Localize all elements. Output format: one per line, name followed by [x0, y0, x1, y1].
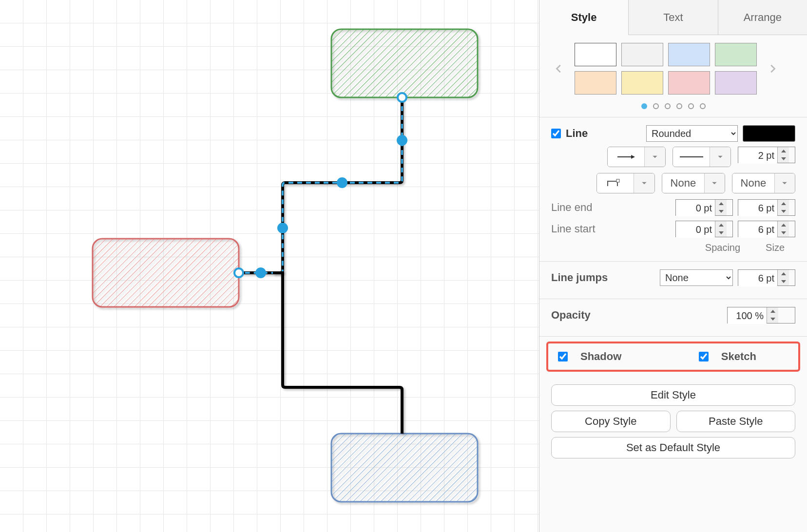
swatch[interactable] — [575, 71, 616, 95]
copy-style-button[interactable]: Copy Style — [551, 411, 671, 432]
pager-dot[interactable] — [665, 103, 671, 109]
pager-dot[interactable] — [700, 103, 706, 109]
shadow-label: Shadow — [580, 350, 621, 363]
color-presets — [539, 35, 807, 117]
line-jumps-section: Line jumps None — [539, 262, 807, 299]
line-style-select[interactable]: Rounded — [646, 125, 738, 142]
line-label: Line — [566, 127, 641, 140]
tabs: Style Text Arrange — [539, 0, 807, 35]
edit-style-button[interactable]: Edit Style — [551, 384, 795, 406]
line-jumps-select[interactable]: None — [660, 269, 733, 286]
line-enable-checkbox[interactable] — [551, 129, 561, 138]
format-sidebar: Style Text Arrange — [539, 0, 807, 532]
presets-next[interactable] — [765, 57, 780, 80]
node-green[interactable] — [331, 29, 478, 97]
paste-style-button[interactable]: Paste Style — [676, 411, 796, 432]
presets-prev[interactable] — [551, 57, 567, 80]
waypoint-handle[interactable] — [397, 135, 407, 146]
sketch-checkbox[interactable] — [699, 352, 709, 361]
style-buttons: Edit Style Copy Style Paste Style Set as… — [539, 377, 807, 471]
swatch[interactable] — [621, 71, 663, 95]
line-pattern-combo[interactable] — [672, 147, 731, 167]
swatch[interactable] — [668, 71, 710, 95]
tab-text[interactable]: Text — [629, 0, 718, 35]
endpoint-handle[interactable] — [234, 268, 243, 277]
swatch[interactable] — [715, 43, 757, 66]
line-end-marker[interactable]: None — [732, 173, 795, 193]
spacing-label: Spacing — [705, 242, 740, 253]
line-color-chip[interactable] — [743, 125, 795, 142]
line-start-label: Line start — [551, 223, 671, 235]
node-blue[interactable] — [331, 434, 478, 502]
pager-dot[interactable] — [676, 103, 682, 109]
svg-rect-6 — [616, 179, 619, 182]
line-section: Line Rounded — [539, 117, 807, 262]
svg-marker-4 — [631, 155, 635, 159]
diagram-canvas[interactable] — [0, 0, 539, 532]
line-end-spacing[interactable] — [675, 199, 733, 216]
arrow-end-combo[interactable] — [607, 147, 666, 167]
line-start-marker[interactable]: None — [662, 173, 725, 193]
waypoint-handle[interactable] — [277, 223, 288, 233]
tab-style[interactable]: Style — [539, 0, 629, 35]
swatch[interactable] — [575, 43, 616, 66]
pager-dot[interactable] — [641, 103, 647, 109]
line-width-spin[interactable] — [738, 147, 795, 163]
opacity-label: Opacity — [551, 309, 722, 322]
opacity-section: Opacity — [539, 299, 807, 337]
waypoint-style-combo[interactable] — [596, 173, 655, 193]
swatch[interactable] — [621, 43, 663, 66]
connector-unselected[interactable] — [273, 273, 402, 434]
shadow-checkbox[interactable] — [558, 352, 568, 361]
node-red[interactable] — [93, 239, 239, 307]
waypoint-handle[interactable] — [255, 267, 266, 278]
line-end-label: Line end — [551, 201, 671, 214]
size-label: Size — [766, 242, 785, 253]
tab-arrange[interactable]: Arrange — [718, 0, 807, 35]
line-start-spacing[interactable] — [675, 221, 733, 237]
connector-selected[interactable] — [239, 97, 402, 273]
swatch[interactable] — [715, 71, 757, 95]
pager-dot[interactable] — [688, 103, 694, 109]
endpoint-handle[interactable] — [398, 93, 406, 102]
line-jumps-size[interactable] — [738, 269, 795, 286]
presets-pager — [551, 103, 795, 109]
line-end-size[interactable] — [738, 199, 795, 216]
swatch[interactable] — [668, 43, 710, 66]
pager-dot[interactable] — [653, 103, 659, 109]
set-default-style-button[interactable]: Set as Default Style — [551, 437, 795, 458]
sketch-label: Sketch — [721, 350, 756, 363]
line-start-size[interactable] — [738, 221, 795, 237]
opacity-spin[interactable] — [727, 307, 795, 323]
line-jumps-label: Line jumps — [551, 271, 655, 284]
waypoint-handle[interactable] — [337, 177, 347, 188]
effects-highlight: Shadow Sketch — [546, 342, 800, 372]
